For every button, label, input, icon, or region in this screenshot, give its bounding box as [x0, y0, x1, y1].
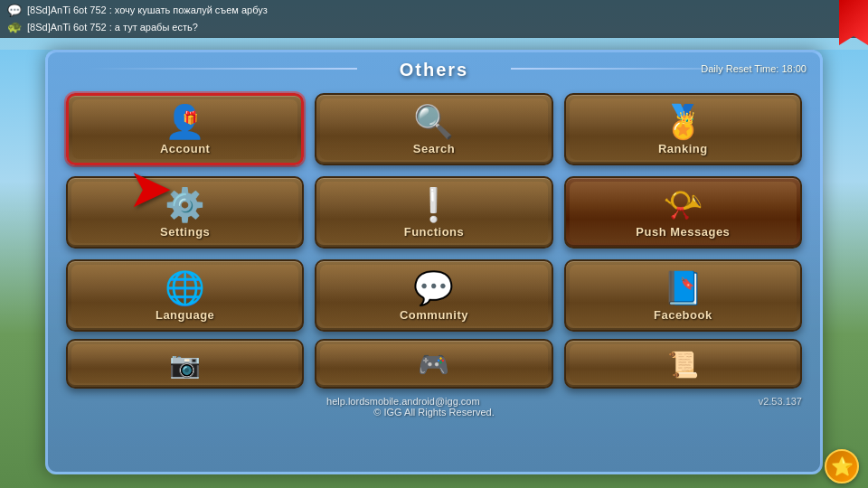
search-icon: 🔍 [413, 106, 454, 138]
bottom-badge[interactable]: ⭐ [825, 449, 859, 483]
daily-reset-label: Daily Reset Time: 18:00 [701, 63, 807, 74]
version-label: v2.53.137 [759, 396, 802, 407]
chat-message-2: [8Sd]AnTi 6ot 752 : а тут арабы есть? [27, 21, 198, 34]
chat-line-2: 🐢 [8Sd]AnTi 6ot 752 : а тут арабы есть? [7, 19, 861, 35]
chat-icon-1: 💬 [7, 3, 22, 19]
account-button[interactable]: 🎁 👤 Account [66, 93, 304, 165]
facebook-label: Facebook [654, 308, 712, 322]
bottom-grid: 📷 🎮 📜 [48, 339, 820, 392]
panel-header: Others Daily Reset Time: 18:00 [48, 52, 820, 84]
main-panel: Others Daily Reset Time: 18:00 ➤ 🎁 👤 Acc… [45, 50, 823, 474]
discord-button[interactable]: 🎮 [315, 339, 552, 389]
footer-copyright: © IGG All Rights Reserved. [48, 407, 820, 418]
language-label: Language [156, 308, 214, 322]
account-label: Account [160, 142, 211, 155]
instagram-icon: 📷 [169, 352, 201, 378]
ranking-label: Ranking [658, 142, 708, 155]
chat-bar: 💬 [8Sd]AnTi 6ot 752 : хочу кушать пожалу… [0, 0, 868, 38]
community-button[interactable]: 💬 Community [315, 259, 552, 332]
ranking-button[interactable]: 👑 🏅 Ranking [564, 93, 802, 165]
chat-line-1: 💬 [8Sd]AnTi 6ot 752 : хочу кушать пожалу… [7, 3, 861, 19]
functions-icon: ❕ [413, 189, 454, 221]
functions-label: Functions [404, 225, 465, 239]
settings-icon: ⚙️ [165, 189, 205, 221]
facebook-button[interactable]: 🔖 📘 Facebook [564, 259, 802, 332]
menu-grid: 🎁 👤 Account 🔍 Search 👑 🏅 Ranking ⚙️ Sett… [48, 84, 820, 339]
search-button[interactable]: 🔍 Search [315, 93, 552, 165]
functions-button[interactable]: ❕ Functions [315, 176, 552, 249]
scroll-button[interactable]: 📜 [564, 339, 802, 389]
language-button[interactable]: 🌐 Language [66, 259, 304, 332]
account-icon: 🎁 👤 [165, 106, 205, 138]
community-label: Community [400, 308, 468, 322]
scroll-icon: 📜 [667, 352, 699, 378]
language-icon: 🌐 [165, 272, 205, 305]
chat-icon-2: 🐢 [7, 19, 22, 35]
instagram-button[interactable]: 📷 [66, 339, 304, 389]
search-label: Search [413, 142, 455, 155]
badge-icon: ⭐ [831, 455, 854, 477]
panel-footer: v2.53.137 help.lordsmobile.android@igg.c… [48, 392, 820, 423]
corner-badge [839, 0, 868, 45]
chat-message-1: [8Sd]AnTi 6ot 752 : хочу кушать пожалуй … [27, 4, 268, 17]
ranking-icon: 👑 🏅 [663, 106, 703, 138]
footer-email: help.lordsmobile.android@igg.com [48, 396, 820, 407]
settings-label: Settings [160, 225, 210, 239]
panel-title: Others [400, 60, 468, 80]
settings-button[interactable]: ⚙️ Settings [66, 176, 304, 249]
community-icon: 💬 [413, 272, 454, 305]
discord-icon: 🎮 [418, 352, 449, 378]
facebook-icon: 🔖 📘 [663, 272, 703, 305]
push-messages-label: Push Messages [636, 225, 730, 239]
push-messages-icon: 📯 [663, 189, 703, 221]
push-messages-button[interactable]: 📯 Push Messages [564, 176, 802, 249]
